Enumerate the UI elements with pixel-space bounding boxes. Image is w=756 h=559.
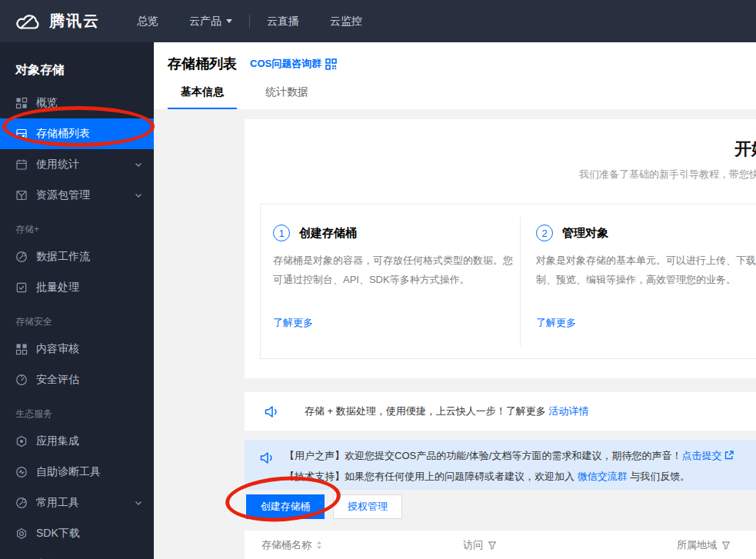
nav-divider xyxy=(249,15,250,28)
step-description: 对象是对象存储的基本单元。可以进行上传、下载、复制、预览、编辑等操作，高效管理您… xyxy=(536,251,756,289)
page-title: 存储桶列表 xyxy=(168,55,237,73)
chevron-down-icon xyxy=(135,501,142,506)
getting-started-card: 开始 我们准备了基础的新手引导教程，带您快速 1 创建存储桶 存储桶是对象的容器… xyxy=(245,119,756,378)
filter-icon xyxy=(721,541,731,550)
step-number-badge: 1 xyxy=(273,225,290,241)
sidebar-item-label: SDK下载 xyxy=(36,527,80,541)
qr-code-icon xyxy=(325,58,337,70)
sort-icon xyxy=(316,541,322,550)
nav-item-overview[interactable]: 总览 xyxy=(122,0,174,42)
sidebar-item-label: 使用统计 xyxy=(36,158,79,171)
step-description: 存储桶是对象的容器，可存放任何格式类型的数据。您可通过控制台、API、SDK等多… xyxy=(273,251,515,289)
nav-item-monitor[interactable]: 云监控 xyxy=(315,0,378,42)
bucket-table-header: 存储桶名称 访问 所属地域 xyxy=(245,531,756,559)
sidebar-title: 对象存储 xyxy=(0,42,154,88)
sidebar-item-label: 存储桶列表 xyxy=(36,127,90,141)
sidebar-item-common-tools[interactable]: 常用工具 xyxy=(0,487,154,518)
sidebar-item-label: 概览 xyxy=(36,96,58,110)
batch-check-icon xyxy=(15,281,28,294)
external-link-icon xyxy=(724,451,734,460)
tab-statistics[interactable]: 统计数据 xyxy=(252,85,321,109)
top-navbar: 腾讯云 总览 云产品 云直播 云监控 xyxy=(0,0,756,42)
speaker-icon xyxy=(265,405,279,418)
sidebar-item-content-audit[interactable]: 内容审核 xyxy=(0,334,154,364)
hexagon-icon xyxy=(15,435,28,448)
sdk-icon xyxy=(15,527,28,540)
workflow-icon xyxy=(15,251,28,263)
nav-item-live[interactable]: 云直播 xyxy=(251,0,315,42)
sidebar-item-batch-processing[interactable]: 批量处理 xyxy=(0,272,154,303)
column-bucket-name[interactable]: 存储桶名称 xyxy=(261,531,322,559)
diagnosis-pulse-icon xyxy=(15,466,28,478)
guide-title: 开始 xyxy=(734,138,756,161)
sidebar-item-usage-stats[interactable]: 使用统计 xyxy=(0,149,154,180)
cos-group-link[interactable]: COS问题咨询群 xyxy=(250,57,337,71)
sidebar-item-bucket-list[interactable]: 存储桶列表 xyxy=(0,118,154,149)
tab-basic-info[interactable]: 基本信息 xyxy=(168,85,237,109)
sidebar-item-resource-packages[interactable]: 资源包管理 xyxy=(0,180,154,211)
audit-grid-icon xyxy=(15,343,28,355)
package-icon xyxy=(15,189,28,201)
guide-subtitle: 我们准备了基础的新手引导教程，带您快速 xyxy=(579,168,756,181)
tencent-cloud-logo[interactable]: 腾讯云 xyxy=(15,11,100,32)
wechat-group-link[interactable]: 微信交流群 xyxy=(578,471,628,482)
guide-step-create-bucket: 1 创建存储桶 存储桶是对象的容器，可存放任何格式类型的数据。您可通过控制台、A… xyxy=(273,205,521,358)
sidebar-item-key-management[interactable]: 密钥管理 xyxy=(0,549,154,559)
caret-down-icon xyxy=(226,19,232,23)
tab-bar: 基本信息 统计数据 xyxy=(168,85,321,109)
auth-management-button[interactable]: 授权管理 xyxy=(333,494,402,519)
sidebar-section-storage-security: 存储安全 xyxy=(0,303,154,334)
calendar-icon xyxy=(15,158,28,171)
sidebar-item-sdk-download[interactable]: SDK下载 xyxy=(0,518,154,549)
sidebar-section-ecosystem: 生态服务 xyxy=(0,395,154,426)
feedback-line-1: 【用户之声】欢迎您提交COS产品的功能/体验/文档等方面的需求和建议，期待您的声… xyxy=(285,445,734,466)
overview-grid-icon xyxy=(15,97,28,109)
learn-more-link[interactable]: 了解更多 xyxy=(536,316,576,330)
step-divider xyxy=(520,217,521,346)
feedback-notice-text: 【用户之声】欢迎您提交COS产品的功能/体验/文档等方面的需求和建议，期待您的声… xyxy=(285,445,734,487)
sidebar-item-label: 内容审核 xyxy=(36,342,79,356)
gauge-icon xyxy=(15,374,28,386)
feedback-line-2: 【技术支持】如果您有任何使用上的问题障碍或者建议，欢迎加入 微信交流群 与我们反… xyxy=(285,466,734,487)
sidebar-item-label: 批量处理 xyxy=(36,281,79,294)
speaker-icon xyxy=(260,451,275,464)
page-header: 存储桶列表 COS问题咨询群 基本信息 统计数据 xyxy=(154,42,756,109)
sidebar: 对象存储 概览 存储桶列表 使用统计 资源包管理 存储+ xyxy=(0,42,154,559)
sidebar-item-label: 安全评估 xyxy=(36,373,79,387)
column-region[interactable]: 所属地域 xyxy=(677,531,731,559)
guide-steps-box: 1 创建存储桶 存储桶是对象的容器，可存放任何格式类型的数据。您可通过控制台、A… xyxy=(260,204,756,359)
sidebar-item-diagnosis-tools[interactable]: 自助诊断工具 xyxy=(0,457,154,487)
submit-feedback-link[interactable]: 点击提交 xyxy=(681,450,721,461)
create-bucket-button[interactable]: 创建存储桶 xyxy=(246,494,325,519)
bucket-list-icon xyxy=(15,128,28,140)
sidebar-section-storage-plus: 存储+ xyxy=(0,211,154,241)
guide-step-manage-objects: 2 管理对象 对象是对象存储的基本单元。可以进行上传、下载、复制、预览、编辑等操… xyxy=(536,205,756,358)
learn-more-link[interactable]: 了解更多 xyxy=(273,316,313,330)
sidebar-item-data-workflow[interactable]: 数据工作流 xyxy=(0,241,154,272)
chevron-down-icon xyxy=(135,193,142,198)
cloud-logo-icon xyxy=(15,12,42,31)
tools-wrench-icon xyxy=(15,497,28,509)
sidebar-item-overview[interactable]: 概览 xyxy=(0,88,154,118)
sidebar-item-label: 应用集成 xyxy=(36,434,79,448)
chevron-down-icon xyxy=(135,162,142,168)
sidebar-item-app-integration[interactable]: 应用集成 xyxy=(0,426,154,457)
main-content: 开始 我们准备了基础的新手引导教程，带您快速 1 创建存储桶 存储桶是对象的容器… xyxy=(154,109,756,559)
sidebar-item-security-assessment[interactable]: 安全评估 xyxy=(0,364,154,395)
sidebar-item-label: 数据工作流 xyxy=(36,250,90,264)
nav-menu: 总览 云产品 云直播 云监控 xyxy=(122,0,378,42)
brand-name: 腾讯云 xyxy=(49,11,100,32)
sidebar-item-label: 自助诊断工具 xyxy=(36,465,101,479)
step-title: 管理对象 xyxy=(562,226,608,241)
step-title: 创建存储桶 xyxy=(299,226,357,241)
sidebar-item-label: 资源包管理 xyxy=(36,188,90,202)
promo-notice-text: 存储 + 数据处理，使用便捷，上云快人一步！了解更多 活动详情 xyxy=(305,404,588,418)
nav-item-cloud-products[interactable]: 云产品 xyxy=(174,0,248,42)
feedback-notice-bar: 【用户之声】欢迎您提交COS产品的功能/体验/文档等方面的需求和建议，期待您的声… xyxy=(245,440,756,490)
column-access[interactable]: 访问 xyxy=(463,531,497,559)
step-number-badge: 2 xyxy=(536,225,553,241)
promo-activity-link[interactable]: 活动详情 xyxy=(548,405,588,417)
promo-notice-bar: 存储 + 数据处理，使用便捷，上云快人一步！了解更多 活动详情 xyxy=(245,392,756,431)
sidebar-item-label: 常用工具 xyxy=(36,496,79,510)
filter-icon xyxy=(488,541,497,550)
